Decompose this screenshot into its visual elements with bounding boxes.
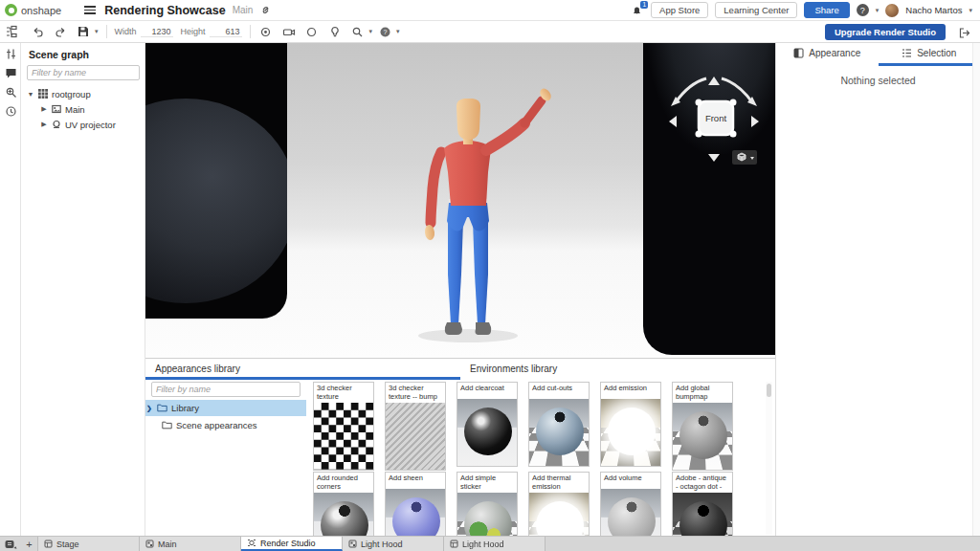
redo-icon[interactable] [54,25,67,38]
appearance-label: Add simple sticker [457,473,517,493]
appearance-thumbnail [673,403,732,470]
tab-appearances-library[interactable]: Appearances library [145,359,460,380]
tilt-up-icon [708,77,720,85]
width-value[interactable]: 1230 [141,27,173,37]
tab-light-hood-2[interactable]: Light Hood [444,537,546,551]
tab-light-hood-1[interactable]: Light Hood [343,537,444,551]
model-icon [52,104,61,114]
appearance-item[interactable]: Add thermal emission [528,472,590,536]
height-field[interactable]: Height 613 [181,27,242,37]
appearance-item[interactable]: Add clearcoat [457,382,518,467]
camera-icon[interactable] [282,25,296,38]
appearance-item[interactable]: Add simple sticker [457,472,518,536]
right-scrollbar[interactable] [972,43,980,536]
height-value[interactable]: 613 [210,27,242,37]
library-scrollbar[interactable] [766,382,772,535]
height-label: Height [181,27,206,36]
folder-library[interactable]: ❯ Library [145,400,306,416]
folder-scene-appearances[interactable]: Scene appearances [145,417,306,433]
document-title: Rendering Showcase [104,4,225,17]
appearance-item[interactable]: 3d checker texture -- bump [385,382,446,471]
zoom-chevron-down-icon[interactable]: ▾ [369,28,373,35]
upgrade-render-studio-button[interactable]: Upgrade Render Studio [825,24,946,40]
menu-icon[interactable] [84,4,96,16]
avatar[interactable] [885,4,899,17]
appearance-item[interactable]: Add volume [600,472,661,536]
history-icon[interactable] [0,102,21,120]
tab-label: Stage [56,540,79,549]
app-store-button[interactable]: App Store [651,2,708,18]
scene-graph-toggle-icon[interactable] [5,25,18,38]
notifications-icon[interactable]: 1 [631,4,644,17]
view-menu-button[interactable] [732,150,757,165]
help-icon[interactable]: ? [857,4,869,16]
tab-label: Light Hood [462,540,504,549]
tab-stage[interactable]: Stage [38,537,140,551]
appearance-thumbnail [529,399,589,466]
appearance-item[interactable]: Add cut-outs [528,382,590,467]
document-tab-bar: + Stage Main Render Studio Light Hood Li… [0,536,980,551]
sphere-icon[interactable] [305,25,319,38]
user-name[interactable]: Nacho Martos [905,5,962,15]
light-icon[interactable] [328,25,342,38]
render-settings-icon[interactable] [259,25,273,38]
group-icon [38,89,48,99]
chevron-right-icon[interactable]: ▶ [40,105,48,113]
share-link-icon[interactable] [260,2,271,19]
render-viewport[interactable]: Front [145,43,775,358]
tab-render-studio[interactable]: Render Studio [241,537,343,551]
tab-main[interactable]: Main [140,537,241,551]
comment-icon[interactable] [0,64,21,81]
tab-manager-icon[interactable] [0,537,21,551]
chevron-right-icon[interactable]: ▶ [40,121,48,128]
tab-selection[interactable]: Selection [879,43,980,66]
exit-render-studio-icon[interactable] [958,26,971,43]
render-studio-app: onshape Rendering Showcase Main 1 App St… [0,0,980,551]
workspace-label[interactable]: Main [233,5,254,15]
folder-icon [157,404,167,412]
tune-icon[interactable] [0,45,21,62]
undo-icon[interactable] [31,25,44,38]
chevron-down-icon[interactable]: ▼ [27,91,34,98]
selection-list-icon [902,48,912,58]
left-toolbar [0,43,21,536]
folder-label: Scene appearances [176,420,257,430]
width-field[interactable]: Width 1230 [115,27,173,37]
save-chevron-down-icon[interactable]: ▾ [95,28,99,35]
appearance-item[interactable]: Add global bumpmap [672,382,733,471]
tree-node-uv-projector[interactable]: ▶ UV projector [21,117,145,132]
user-chevron-down-icon[interactable]: ▾ [969,7,972,14]
appearance-thumbnail [601,399,660,466]
tree-node-label: rootgroup [52,89,91,99]
tree-node-main[interactable]: ▶ Main [21,101,145,117]
appearance-label: Add clearcoat [457,383,517,399]
tree-node-label: UV projector [65,120,116,130]
learning-center-button[interactable]: Learning Center [715,2,797,18]
tab-environments-library[interactable]: Environments library [460,359,775,380]
tab-label: Main [158,540,177,549]
onshape-logo-text[interactable]: onshape [21,5,61,16]
toolbar-help-icon[interactable]: ? [378,25,391,38]
scene-graph-filter-input[interactable] [27,65,140,80]
add-tab-button[interactable]: + [21,537,38,551]
cube-icon [738,153,746,161]
zoom-tools-icon[interactable] [351,25,365,38]
appearance-item[interactable]: Add sheen [385,472,446,536]
appearance-item[interactable]: Add rounded corners [313,472,374,536]
share-button[interactable]: Share [804,2,849,18]
view-cube[interactable]: Front [660,70,768,169]
appearance-item[interactable]: Adobe - antique - octagon dot - [672,472,733,536]
chevron-right-icon[interactable]: ❯ [145,405,153,412]
onshape-logo-icon[interactable] [5,4,17,16]
library-filter-input[interactable] [151,382,301,397]
help-chevron-down-icon[interactable]: ▾ [876,7,880,14]
tree-node-rootgroup[interactable]: ▼ rootgroup [21,86,145,101]
save-icon[interactable] [77,25,90,38]
toolbar-help-chevron-down-icon[interactable]: ▾ [396,28,400,35]
tab-label: Render Studio [260,539,316,548]
appearance-item[interactable]: 3d checker texture [313,382,374,471]
settings-wrench-icon[interactable] [0,83,21,100]
appearance-item[interactable]: Add emission [600,382,661,467]
tab-appearance-label: Appearance [809,48,860,58]
tab-appearance[interactable]: Appearance [776,43,879,66]
